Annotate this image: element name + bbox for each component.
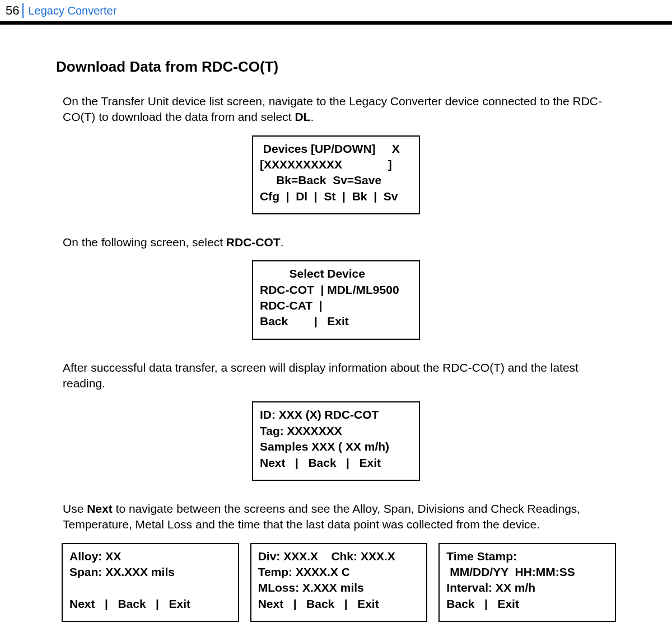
paragraph-3: After successful data transfer, a screen…	[63, 360, 616, 392]
header-title: Legacy Converter	[28, 4, 116, 17]
paragraph-4-pre: Use	[63, 502, 87, 515]
screen-div-temp: Div: XXX.X Chk: XXX.X Temp: XXXX.X C MLo…	[250, 543, 428, 622]
screen-2-wrap: Select Device RDC-COT | MDL/ML9500 RDC-C…	[56, 260, 616, 339]
paragraph-1-pre: On the Transfer Unit device list screen,…	[63, 95, 602, 123]
paragraph-4-bold: Next	[87, 502, 113, 515]
page-content: Download Data from RDC-CO(T) On the Tran…	[0, 25, 672, 622]
screen-1-wrap: Devices [UP/DOWN] X [XXXXXXXXXX ] Bk=Bac…	[56, 135, 616, 214]
paragraph-1-bold: DL	[295, 110, 310, 123]
screens-row: Alloy: XX Span: XX.XXX mils Next | Back …	[62, 543, 616, 622]
header-divider	[22, 3, 24, 18]
screen-info: ID: XXX (X) RDC-COT Tag: XXXXXXX Samples…	[252, 401, 420, 480]
paragraph-4-post: to navigate between the screens and see …	[63, 502, 580, 531]
paragraph-2-pre: On the following screen, select	[63, 236, 226, 249]
screen-alloy: Alloy: XX Span: XX.XXX mils Next | Back …	[62, 543, 239, 622]
page-header: 56 Legacy Converter	[0, 0, 672, 20]
paragraph-1: On the Transfer Unit device list screen,…	[63, 93, 616, 125]
paragraph-2: On the following screen, select RDC-COT.	[63, 235, 616, 250]
paragraph-2-bold: RDC-COT	[226, 236, 281, 249]
screen-timestamp: Time Stamp: MM/DD/YY HH:MM:SS Interval: …	[438, 543, 616, 622]
section-title: Download Data from RDC-CO(T)	[56, 58, 616, 76]
paragraph-2-post: .	[281, 236, 284, 249]
screen-devices: Devices [UP/DOWN] X [XXXXXXXXXX ] Bk=Bac…	[252, 135, 420, 214]
screen-3-wrap: ID: XXX (X) RDC-COT Tag: XXXXXXX Samples…	[56, 401, 616, 480]
page-number: 56	[6, 3, 19, 18]
screen-select-device: Select Device RDC-COT | MDL/ML9500 RDC-C…	[252, 260, 420, 339]
paragraph-1-post: .	[310, 110, 314, 123]
paragraph-4: Use Next to navigate between the screens…	[63, 501, 616, 533]
